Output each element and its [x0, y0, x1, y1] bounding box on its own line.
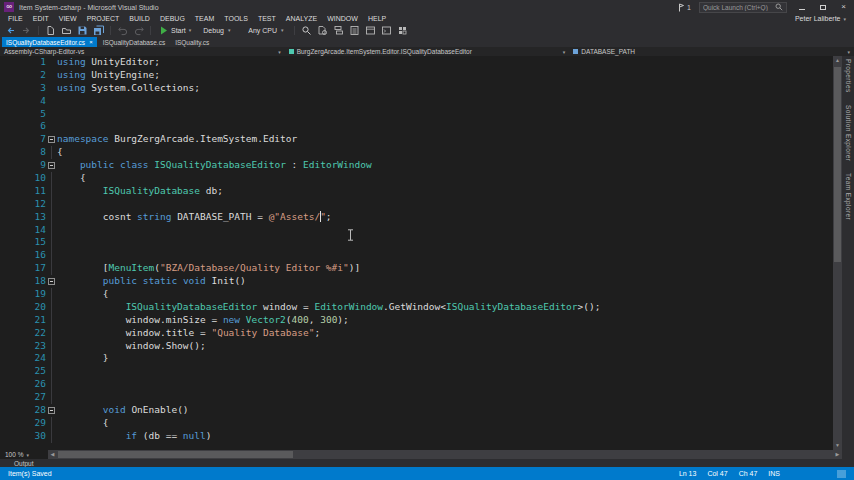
menu-analyze[interactable]: ANALYZE	[281, 15, 322, 22]
code-line[interactable]: 7namespace BurgZergArcade.ItemSystem.Edi…	[0, 133, 842, 146]
start-debug-button[interactable]: Start ▾	[156, 26, 195, 35]
fold-toggle[interactable]	[46, 275, 57, 288]
menu-debug[interactable]: DEBUG	[155, 15, 190, 22]
quick-launch-input[interactable]: Quick Launch (Ctrl+Q)	[699, 2, 787, 13]
line-number: 19	[0, 288, 46, 301]
code-line[interactable]: 18 public static void Init()	[0, 275, 842, 288]
navigate-back-icon[interactable]	[4, 24, 17, 36]
fold-margin	[46, 198, 57, 211]
code-line[interactable]: 15	[0, 236, 842, 249]
collapse-minus-icon[interactable]	[48, 278, 55, 285]
output-tab[interactable]: Output	[14, 460, 34, 467]
code-line[interactable]: 21 window.minSize = new Vector2(400, 300…	[0, 314, 842, 327]
menu-project[interactable]: PROJECT	[82, 15, 125, 22]
fold-toggle[interactable]	[46, 159, 57, 172]
code-line[interactable]: 12	[0, 198, 842, 211]
save-icon[interactable]	[76, 24, 89, 36]
code-line[interactable]: 22 window.title = "Quality Database";	[0, 327, 842, 340]
member-dropdown[interactable]: DATABASE_PATH ▾	[569, 47, 854, 56]
toolbar-separator	[38, 26, 39, 35]
menu-team[interactable]: TEAM	[190, 15, 219, 22]
new-file-icon[interactable]	[44, 24, 57, 36]
type-dropdown[interactable]: BurgZergArcade.ItemSystem.Editor.ISQuali…	[285, 47, 570, 56]
code-line[interactable]: 8{	[0, 146, 842, 159]
code-line[interactable]: 17 [MenuItem("BZA/Database/Quality Edito…	[0, 262, 842, 275]
code-line[interactable]: 5	[0, 108, 842, 121]
menu-test[interactable]: TEST	[253, 15, 281, 22]
save-all-icon[interactable]	[92, 24, 105, 36]
vertical-scrollbar[interactable]: ▲ ▼	[833, 56, 842, 450]
solution-configuration-dropdown[interactable]: Debug ▾	[198, 27, 240, 34]
collapse-minus-icon[interactable]	[48, 136, 55, 143]
find-in-files-icon[interactable]	[316, 24, 329, 36]
menu-file[interactable]: FILE	[3, 15, 28, 22]
solution-explorer-icon[interactable]	[332, 24, 345, 36]
collapse-minus-icon[interactable]	[48, 407, 55, 414]
menu-tools[interactable]: TOOLS	[219, 15, 253, 22]
code-line[interactable]: 28 void OnEnable()	[0, 404, 842, 417]
fold-toggle[interactable]	[46, 404, 57, 417]
close-button[interactable]: ×	[837, 2, 850, 13]
notification-count: 1	[687, 4, 691, 11]
minimize-button[interactable]	[795, 2, 808, 13]
menu-build[interactable]: BUILD	[124, 15, 155, 22]
code-line[interactable]: 1using UnityEditor;	[0, 56, 842, 69]
code-line[interactable]: 30 if (db == null)	[0, 430, 842, 443]
code-line[interactable]: 14	[0, 224, 842, 237]
menu-edit[interactable]: EDIT	[28, 15, 54, 22]
scroll-right-arrow-icon[interactable]: ▶	[833, 450, 842, 459]
code-line[interactable]: 10 {	[0, 172, 842, 185]
menu-view[interactable]: VIEW	[54, 15, 82, 22]
extensions-icon[interactable]	[396, 24, 409, 36]
code-line[interactable]: 9 public class ISQualityDatabaseEditor :…	[0, 159, 842, 172]
maximize-button[interactable]	[816, 2, 829, 13]
solution-platform-dropdown[interactable]: Any CPU ▾	[243, 27, 288, 34]
code-line[interactable]: 6	[0, 120, 842, 133]
project-dropdown[interactable]: Assembly-CSharp-Editor-vs ▾	[0, 47, 285, 56]
tab-ISQualityDatabase.cs[interactable]: ISQualityDatabase.cs	[99, 37, 170, 47]
code-line[interactable]: 13 cosnt string DATABASE_PATH = @"Assets…	[0, 211, 842, 224]
code-editor[interactable]: 1using UnityEditor;2using UnityEngine;3u…	[0, 56, 842, 450]
code-line[interactable]: 4	[0, 95, 842, 108]
code-line[interactable]: 29 {	[0, 417, 842, 430]
scroll-down-arrow-icon[interactable]: ▼	[833, 441, 842, 450]
properties-window-icon[interactable]	[348, 24, 361, 36]
code-line[interactable]: 20 ISQualityDatabaseEditor window = Edit…	[0, 301, 842, 314]
find-icon[interactable]	[300, 24, 313, 36]
horizontal-scrollbar[interactable]: ◀ ▶	[48, 450, 842, 459]
notifications-flag-icon[interactable]: 1	[678, 3, 691, 12]
chevron-down-icon: ▾	[228, 27, 231, 33]
scroll-left-arrow-icon[interactable]: ◀	[48, 450, 57, 459]
vertical-scrollbar-thumb[interactable]	[834, 67, 841, 262]
code-line[interactable]: 16	[0, 249, 842, 262]
menu-window[interactable]: WINDOW	[322, 15, 363, 22]
fold-toggle[interactable]	[46, 133, 57, 146]
zoom-control[interactable]: 100 % ▾	[0, 450, 29, 459]
code-line[interactable]: 3using System.Collections;	[0, 82, 842, 95]
code-line[interactable]: 26	[0, 378, 842, 391]
code-text: window.title = "Quality Database";	[57, 327, 320, 340]
command-window-icon[interactable]	[380, 24, 393, 36]
code-line[interactable]: 11 ISQualityDatabase db;	[0, 185, 842, 198]
code-line[interactable]: 25	[0, 365, 842, 378]
side-tab-solution-explorer[interactable]: Solution Explorer	[845, 105, 852, 161]
tab-ISQualityDatabaseEditor.cs[interactable]: ISQualityDatabaseEditor.cs×	[2, 37, 97, 47]
scroll-up-arrow-icon[interactable]: ▲	[833, 56, 842, 65]
side-tab-properties[interactable]: Properties	[845, 59, 852, 93]
code-line[interactable]: 2using UnityEngine;	[0, 69, 842, 82]
horizontal-scrollbar-thumb[interactable]	[58, 451, 293, 458]
side-tab-team-explorer[interactable]: Team Explorer	[845, 173, 852, 220]
collapse-minus-icon[interactable]	[48, 162, 55, 169]
tab-ISQuality.cs[interactable]: ISQuality.cs	[171, 37, 213, 47]
line-number: 17	[0, 262, 46, 275]
signed-in-user-dropdown[interactable]: Peter Laliberte ▾	[795, 15, 846, 22]
code-line[interactable]: 27	[0, 391, 842, 404]
output-window-icon[interactable]	[364, 24, 377, 36]
tab-close-icon[interactable]: ×	[89, 39, 93, 45]
code-line[interactable]: 19 {	[0, 288, 842, 301]
open-file-icon[interactable]	[60, 24, 73, 36]
code-line[interactable]: 23 window.Show();	[0, 340, 842, 353]
chevron-down-icon: ▾	[563, 49, 566, 55]
menu-help[interactable]: HELP	[363, 15, 391, 22]
code-line[interactable]: 24 }	[0, 352, 842, 365]
